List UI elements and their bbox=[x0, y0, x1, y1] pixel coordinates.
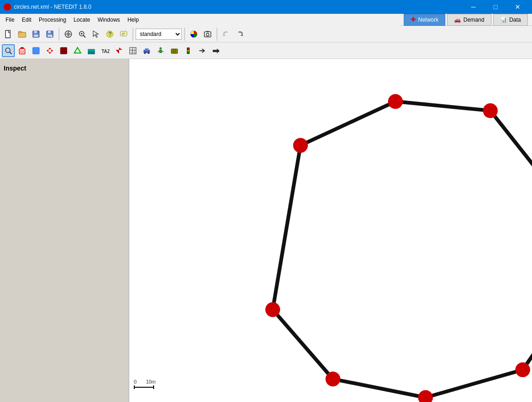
main-content: Inspect 0 10m bbox=[0, 59, 532, 402]
color-scheme-button[interactable] bbox=[187, 28, 200, 41]
svg-marker-18 bbox=[93, 31, 98, 37]
titlebar: circles.net.xml - NETEDIT 1.8.0 ─ □ ✕ bbox=[0, 0, 532, 14]
menu-file[interactable]: File bbox=[2, 15, 18, 25]
tab-data[interactable]: 📊 Data bbox=[493, 14, 528, 26]
svg-point-56 bbox=[144, 52, 146, 54]
svg-line-31 bbox=[10, 52, 12, 54]
svg-line-60 bbox=[158, 51, 159, 52]
polygon-tool[interactable] bbox=[85, 44, 98, 57]
undo-button[interactable] bbox=[220, 28, 233, 41]
svg-point-57 bbox=[148, 52, 149, 54]
tab-network[interactable]: ✚ Network bbox=[404, 14, 445, 26]
delete-tool[interactable] bbox=[16, 44, 29, 57]
tooltip-button[interactable] bbox=[117, 28, 130, 41]
network-polygon bbox=[273, 101, 532, 397]
demand-tab-icon: 🚗 bbox=[454, 17, 461, 23]
svg-point-58 bbox=[160, 47, 162, 49]
svg-marker-42 bbox=[51, 49, 53, 52]
turn-tool[interactable] bbox=[196, 44, 209, 57]
svg-text:?: ? bbox=[108, 31, 112, 37]
svg-rect-7 bbox=[48, 31, 51, 33]
new-button[interactable] bbox=[2, 28, 15, 41]
toolbar1: + ? standard classic dark rand bbox=[0, 26, 532, 42]
inspect-tool[interactable] bbox=[2, 44, 15, 57]
svg-marker-44 bbox=[74, 47, 81, 53]
canvas-area[interactable]: 0 10m bbox=[129, 59, 532, 402]
svg-text:TAZ: TAZ bbox=[102, 49, 109, 54]
select-tool[interactable] bbox=[30, 44, 42, 57]
menu-edit[interactable]: Edit bbox=[18, 15, 35, 25]
sep4 bbox=[216, 28, 217, 41]
edge-tool[interactable] bbox=[57, 44, 70, 57]
grid-tool[interactable] bbox=[126, 44, 139, 57]
scale-bar: 0 10m bbox=[134, 379, 156, 389]
svg-rect-5 bbox=[34, 35, 38, 37]
svg-point-66 bbox=[188, 48, 189, 49]
network-tab-icon: ✚ bbox=[411, 16, 416, 23]
save-button[interactable] bbox=[30, 28, 42, 41]
svg-marker-28 bbox=[223, 34, 226, 36]
svg-line-61 bbox=[162, 51, 163, 52]
svg-point-30 bbox=[6, 48, 10, 53]
node-n3[interactable] bbox=[483, 103, 498, 118]
prohibition-tool[interactable] bbox=[209, 44, 222, 57]
car-tool[interactable] bbox=[140, 44, 153, 57]
node-n9[interactable] bbox=[265, 302, 280, 317]
svg-marker-29 bbox=[240, 34, 243, 36]
close-button[interactable]: ✕ bbox=[507, 0, 528, 14]
data-tab-icon: 📊 bbox=[500, 17, 507, 23]
tab-demand[interactable]: 🚗 Demand bbox=[447, 14, 491, 26]
toolbar2: TAZ bbox=[0, 42, 532, 59]
svg-rect-38 bbox=[33, 47, 39, 54]
node-n7[interactable] bbox=[418, 390, 433, 402]
redo-button[interactable] bbox=[233, 28, 246, 41]
container-tool[interactable] bbox=[168, 44, 181, 57]
scheme-select[interactable]: standard classic dark rand bbox=[136, 29, 182, 40]
menu-windows[interactable]: Windows bbox=[94, 15, 124, 25]
svg-rect-59 bbox=[159, 50, 162, 53]
zoom-button[interactable] bbox=[76, 28, 89, 41]
open-button[interactable] bbox=[16, 28, 29, 41]
svg-rect-21 bbox=[120, 31, 127, 36]
svg-point-68 bbox=[188, 52, 189, 53]
svg-marker-70 bbox=[217, 48, 219, 53]
node-n8[interactable] bbox=[325, 372, 340, 386]
svg-rect-55 bbox=[145, 48, 149, 51]
screenshot-button[interactable] bbox=[201, 28, 214, 41]
titlebar-title: circles.net.xml - NETEDIT 1.8.0 bbox=[14, 4, 91, 10]
svg-rect-46 bbox=[88, 49, 95, 51]
data-tab-label: Data bbox=[509, 17, 521, 23]
svg-rect-43 bbox=[60, 47, 67, 54]
svg-rect-49 bbox=[130, 47, 136, 54]
svg-rect-4 bbox=[34, 31, 37, 33]
cursor-button[interactable] bbox=[90, 28, 102, 41]
svg-line-15 bbox=[84, 35, 85, 37]
saveas-button[interactable]: + bbox=[43, 28, 56, 41]
taz-tool[interactable]: TAZ bbox=[99, 44, 112, 57]
menu-locate[interactable]: Locate bbox=[70, 15, 94, 25]
traffic-light-tool[interactable] bbox=[182, 44, 195, 57]
node-n1[interactable] bbox=[293, 138, 308, 153]
svg-rect-2 bbox=[18, 31, 22, 33]
demand-tab-label: Demand bbox=[463, 17, 484, 23]
junction-tool[interactable] bbox=[71, 44, 84, 57]
node-n2[interactable] bbox=[388, 94, 403, 109]
maximize-button[interactable]: □ bbox=[485, 0, 506, 14]
svg-text:+: + bbox=[51, 35, 53, 38]
network-svg bbox=[129, 59, 532, 402]
move-tool[interactable] bbox=[43, 44, 56, 57]
svg-marker-40 bbox=[48, 52, 51, 54]
menu-help[interactable]: Help bbox=[124, 15, 143, 25]
minimize-button[interactable]: ─ bbox=[463, 0, 484, 14]
help-button[interactable]: ? bbox=[103, 28, 116, 41]
svg-marker-48 bbox=[116, 47, 122, 54]
node-n6[interactable] bbox=[515, 362, 530, 377]
svg-marker-39 bbox=[48, 47, 51, 49]
scale-zero: 0 bbox=[134, 379, 137, 384]
person-tool[interactable] bbox=[154, 44, 167, 57]
menu-processing[interactable]: Processing bbox=[35, 15, 70, 25]
svg-rect-1 bbox=[18, 32, 26, 37]
network-tool[interactable] bbox=[62, 28, 75, 41]
svg-marker-41 bbox=[47, 49, 48, 52]
poi-tool[interactable] bbox=[113, 44, 126, 57]
